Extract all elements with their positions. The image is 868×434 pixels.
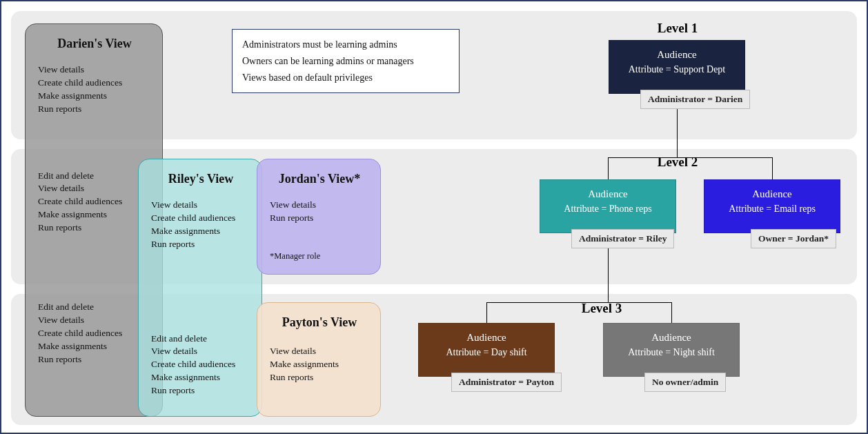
role-tag-email: Owner = Jordan* bbox=[751, 229, 836, 248]
rules-box: Administrators must be learning admins O… bbox=[232, 29, 460, 93]
priv-item: Create child audiences bbox=[38, 195, 151, 208]
priv-item: View details bbox=[151, 199, 250, 212]
role-tag-phone: Administrator = Riley bbox=[571, 229, 674, 248]
connector bbox=[608, 157, 772, 158]
connector bbox=[486, 302, 487, 323]
priv-item: Run reports bbox=[38, 103, 151, 116]
audience-attribute: Attribute = Phone reps bbox=[540, 202, 675, 216]
darien-level2-privs: Edit and delete View details Create chil… bbox=[38, 170, 151, 235]
view-title: Payton's View bbox=[270, 315, 369, 330]
priv-item: Edit and delete bbox=[38, 301, 151, 314]
priv-item: View details bbox=[151, 345, 250, 358]
connector bbox=[677, 108, 678, 157]
role-tag-support: Administrator = Darien bbox=[640, 90, 750, 109]
audience-title: Audience bbox=[419, 331, 554, 346]
riley-level3-privs: Edit and delete View details Create chil… bbox=[151, 333, 250, 397]
priv-item: View details bbox=[270, 199, 369, 212]
priv-item: Create child audiences bbox=[38, 77, 151, 90]
audience-day-shift: Audience Attribute = Day shift bbox=[418, 323, 555, 377]
priv-item: Run reports bbox=[270, 371, 369, 384]
riley-level2-privs: View details Create child audiences Make… bbox=[151, 199, 250, 251]
priv-item: Create child audiences bbox=[38, 327, 151, 340]
connector bbox=[608, 247, 609, 302]
priv-item: View details bbox=[38, 314, 151, 327]
level-3-label: Level 3 bbox=[560, 301, 643, 316]
priv-item: Make assignments bbox=[151, 371, 250, 384]
connector bbox=[608, 157, 609, 179]
darien-level1-privs: View details Create child audiences Make… bbox=[38, 63, 151, 116]
audience-attribute: Attribute = Support Dept bbox=[609, 63, 744, 77]
audience-phone-reps: Audience Attribute = Phone reps bbox=[540, 179, 676, 233]
jordan-view-card: Jordan's View* View details Run reports … bbox=[257, 159, 381, 275]
priv-item: Run reports bbox=[38, 221, 151, 235]
audience-title: Audience bbox=[704, 187, 840, 202]
jordan-level2-privs: View details Run reports bbox=[270, 199, 369, 225]
audience-attribute: Attribute = Day shift bbox=[419, 346, 554, 359]
priv-item: Create child audiences bbox=[151, 212, 250, 225]
audience-attribute: Attribute = Night shift bbox=[604, 346, 739, 359]
connector bbox=[671, 302, 672, 323]
priv-item: Edit and delete bbox=[151, 333, 250, 346]
role-tag-day: Administrator = Payton bbox=[451, 373, 562, 392]
payton-view-card: Payton's View View details Make assignme… bbox=[257, 302, 381, 417]
priv-item: View details bbox=[270, 345, 369, 358]
view-title: Darien's View bbox=[38, 37, 151, 51]
diagram-frame: Administrators must be learning admins O… bbox=[0, 0, 868, 434]
payton-level3-privs: View details Make assignments Run report… bbox=[270, 345, 369, 384]
role-tag-night: No owner/admin bbox=[644, 373, 726, 392]
connector bbox=[486, 302, 671, 303]
priv-item: Create child audiences bbox=[151, 358, 250, 371]
jordan-manager-note: *Manager role bbox=[270, 251, 369, 262]
priv-item: Make assignments bbox=[38, 340, 151, 353]
priv-item: Make assignments bbox=[38, 208, 151, 221]
priv-item: Run reports bbox=[151, 384, 250, 397]
priv-item: Run reports bbox=[38, 353, 151, 366]
audience-support-dept: Audience Attribute = Support Dept bbox=[609, 40, 745, 94]
audience-title: Audience bbox=[609, 48, 744, 63]
priv-item: Make assignments bbox=[151, 225, 250, 238]
connector bbox=[772, 157, 773, 179]
view-title: Jordan's View* bbox=[270, 172, 369, 186]
darien-level3-privs: Edit and delete View details Create chil… bbox=[38, 301, 151, 366]
priv-item: Run reports bbox=[151, 238, 250, 251]
rules-line: Owners can be learning admins or manager… bbox=[242, 53, 449, 70]
priv-item: Make assignments bbox=[270, 358, 369, 371]
audience-title: Audience bbox=[540, 187, 675, 202]
audience-attribute: Attribute = Email reps bbox=[704, 202, 840, 216]
riley-view-card: Riley's View View details Create child a… bbox=[138, 159, 262, 417]
view-title: Riley's View bbox=[151, 172, 250, 186]
audience-email-reps: Audience Attribute = Email reps bbox=[704, 179, 840, 233]
priv-item: Make assignments bbox=[38, 90, 151, 103]
priv-item: View details bbox=[38, 182, 151, 195]
priv-item: Run reports bbox=[270, 212, 369, 225]
priv-item: View details bbox=[38, 63, 151, 77]
rules-line: Administrators must be learning admins bbox=[242, 37, 449, 53]
audience-title: Audience bbox=[604, 331, 739, 346]
rules-line: Views based on default privileges bbox=[242, 70, 449, 86]
priv-item: Edit and delete bbox=[38, 170, 151, 183]
audience-night-shift: Audience Attribute = Night shift bbox=[603, 323, 740, 377]
level-1-label: Level 1 bbox=[636, 21, 719, 36]
